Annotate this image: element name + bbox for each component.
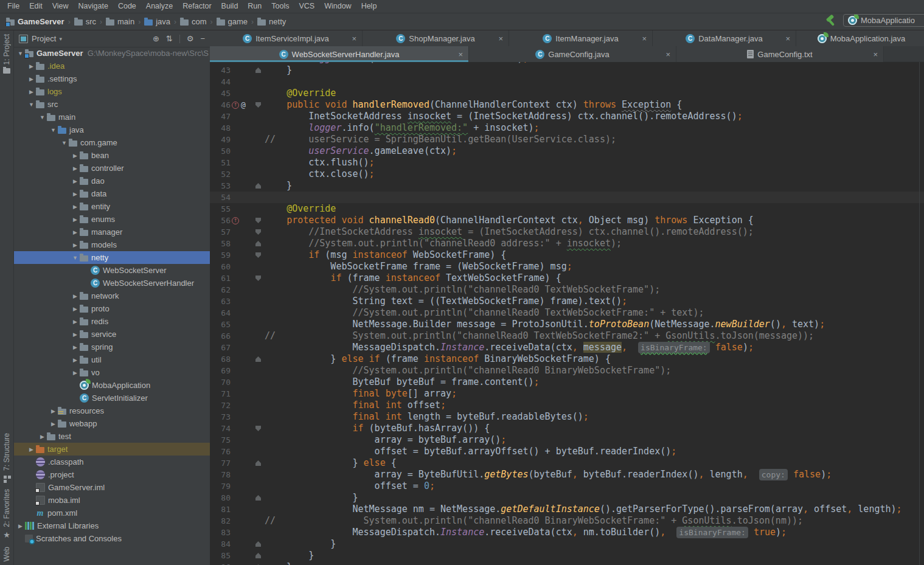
chevron-closed-icon[interactable]: ▶ bbox=[71, 165, 80, 172]
code-line-51[interactable]: 51 ctx.flush(); bbox=[210, 157, 924, 168]
code-line-52[interactable]: 52 ctx.close(); bbox=[210, 168, 924, 180]
fold-end-icon[interactable] bbox=[255, 553, 261, 558]
code-line-71[interactable]: 71 final byte[] array; bbox=[210, 388, 924, 400]
tree-item-java[interactable]: ▼java bbox=[14, 123, 210, 136]
code-line-44[interactable]: 44 bbox=[210, 76, 924, 88]
tool-window-button-structure[interactable]: 7: Structure bbox=[2, 429, 11, 485]
tree-item-manager[interactable]: ▶manager bbox=[14, 226, 210, 238]
code-line-69[interactable]: 69 //System.out.println("channelRead0 Bi… bbox=[210, 365, 924, 376]
gutter-marker[interactable]: ↑ bbox=[232, 217, 239, 224]
chevron-closed-icon[interactable]: ▶ bbox=[71, 217, 80, 223]
tab-gameconfig-java[interactable]: CGameConfig.java× bbox=[469, 46, 676, 62]
tab-itemserviceimpl-java[interactable]: CItemServiceImpl.java× bbox=[210, 30, 363, 46]
code-line-61[interactable]: 61 if (frame instanceof TextWebSocketFra… bbox=[210, 272, 924, 284]
menu-item-view[interactable]: View bbox=[47, 0, 74, 13]
fold-end-icon[interactable] bbox=[255, 495, 261, 501]
chevron-down-icon[interactable]: ▾ bbox=[59, 36, 62, 42]
tree-item-com-game[interactable]: ▼com.game bbox=[14, 136, 210, 149]
code-line-72[interactable]: 72 final int offset; bbox=[210, 400, 924, 411]
code-line-70[interactable]: 70 ByteBuf byteBuf = frame.content(); bbox=[210, 376, 924, 388]
tree-item-bean[interactable]: ▶bean bbox=[14, 149, 210, 162]
code-line-60[interactable]: 60 WebSocketFrame frame = (WebSocketFram… bbox=[210, 261, 924, 272]
tree-item-network[interactable]: ▶network bbox=[14, 289, 210, 302]
chevron-closed-icon[interactable]: ▶ bbox=[71, 331, 80, 338]
close-icon[interactable]: × bbox=[642, 34, 647, 43]
hide-icon[interactable]: − bbox=[200, 34, 205, 43]
code-line-74[interactable]: 74 if (byteBuf.hasArray()) { bbox=[210, 423, 924, 434]
tree-item-proto[interactable]: ▶proto bbox=[14, 302, 210, 315]
tree-item--settings[interactable]: ▶.settings bbox=[14, 72, 210, 85]
fold-end-icon[interactable] bbox=[255, 356, 261, 362]
chevron-open-icon[interactable]: ▼ bbox=[49, 127, 58, 133]
tree-item-vo[interactable]: ▶vo bbox=[14, 366, 210, 379]
code-line-57[interactable]: 57 //InetSocketAddress insocket = (InetS… bbox=[210, 226, 924, 238]
fold-start-icon[interactable] bbox=[255, 229, 261, 235]
fold-start-icon[interactable] bbox=[255, 102, 261, 108]
chevron-closed-icon[interactable]: ▶ bbox=[71, 229, 80, 235]
breadcrumb-item-src[interactable]: src bbox=[73, 17, 97, 26]
chevron-closed-icon[interactable]: ▶ bbox=[71, 357, 80, 363]
tree-item-enums[interactable]: ▶enums bbox=[14, 213, 210, 226]
tree-item-logs[interactable]: ▶logs bbox=[14, 85, 210, 98]
tab-datamanager-java[interactable]: CDataManager.java× bbox=[653, 30, 796, 46]
code-line-59[interactable]: 59 if (msg instanceof WebSocketFrame) { bbox=[210, 249, 924, 261]
tree-item-websocketserver[interactable]: CWebSocketServer bbox=[14, 264, 210, 277]
tree-item-servletinitializer[interactable]: CServletInitializer bbox=[14, 392, 210, 404]
menu-item-analyze[interactable]: Analyze bbox=[141, 0, 178, 13]
tree-item-pom-xml[interactable]: mpom.xml bbox=[14, 507, 210, 519]
tool-window-button-favorites[interactable]: 2: Favorites★ bbox=[2, 485, 11, 543]
menu-item-vcs[interactable]: VCS bbox=[294, 0, 319, 13]
tab-mobaapplication-java[interactable]: MobaApplication.java bbox=[796, 30, 924, 46]
chevron-closed-icon[interactable]: ▶ bbox=[71, 306, 80, 312]
code-line-82[interactable]: 82// System.out.println("channelRead0 Bi… bbox=[210, 515, 924, 527]
code-line-63[interactable]: 63 String text = ((TextWebSocketFrame) f… bbox=[210, 296, 924, 307]
chevron-closed-icon[interactable]: ▶ bbox=[27, 76, 36, 82]
code-line-77[interactable]: 77 } else { bbox=[210, 457, 924, 469]
code-line-86[interactable]: 86 } bbox=[210, 561, 924, 565]
tree-item-test[interactable]: ▶test bbox=[14, 430, 210, 443]
tree-item--project[interactable]: .project bbox=[14, 468, 210, 481]
menu-item-build[interactable]: Build bbox=[217, 0, 243, 13]
menu-item-refactor[interactable]: Refactor bbox=[178, 0, 216, 13]
code-line-73[interactable]: 73 final int length = byteBuf.readableBy… bbox=[210, 411, 924, 423]
tree-item-gameserver-iml[interactable]: GameServer.iml bbox=[14, 481, 210, 494]
chevron-closed-icon[interactable]: ▶ bbox=[71, 370, 80, 376]
tree-item-resources[interactable]: ▶resources bbox=[14, 404, 210, 417]
breadcrumb-item-gameserver[interactable]: GameServer bbox=[5, 17, 66, 26]
chevron-open-icon[interactable]: ▼ bbox=[16, 50, 25, 57]
code-line-85[interactable]: 85 } bbox=[210, 550, 924, 561]
code-line-75[interactable]: 75 array = byteBuf.array(); bbox=[210, 434, 924, 446]
menu-item-file[interactable]: File bbox=[2, 0, 24, 13]
gutter-marker[interactable]: ↑@ bbox=[232, 101, 246, 109]
code-line-46[interactable]: 46↑@ public void handlerRemoved(ChannelH… bbox=[210, 99, 924, 111]
code-line-64[interactable]: 64 //System.out.println("channelRead0 Te… bbox=[210, 307, 924, 319]
code-line-56[interactable]: 56↑ protected void channelRead0(ChannelH… bbox=[210, 215, 924, 226]
code-line-50[interactable]: 50 userService.gameLeave(ctx); bbox=[210, 145, 924, 157]
chevron-closed-icon[interactable]: ▶ bbox=[71, 319, 80, 325]
chevron-closed-icon[interactable]: ▶ bbox=[49, 421, 58, 427]
chevron-closed-icon[interactable]: ▶ bbox=[49, 408, 58, 414]
tree-item-mobaapplication[interactable]: MobaApplication bbox=[14, 379, 210, 392]
code-line-78[interactable]: 78 array = ByteBufUtil.getBytes(byteBuf,… bbox=[210, 469, 924, 480]
fold-start-icon[interactable] bbox=[255, 252, 261, 258]
tab-shopmanager-java[interactable]: CShopManager.java× bbox=[363, 30, 509, 46]
chevron-closed-icon[interactable]: ▶ bbox=[71, 293, 80, 299]
chevron-closed-icon[interactable]: ▶ bbox=[71, 153, 80, 159]
chevron-open-icon[interactable]: ▼ bbox=[60, 140, 69, 146]
code-line-65[interactable]: 65 NetMessage.Builder message = ProtoJso… bbox=[210, 319, 924, 330]
code-line-62[interactable]: 62 //System.out.println("channelRead0 Te… bbox=[210, 284, 924, 296]
breadcrumb-item-java[interactable]: java bbox=[143, 17, 172, 26]
project-panel-title[interactable]: Project bbox=[32, 34, 56, 43]
close-icon[interactable]: × bbox=[873, 50, 878, 59]
tree-item-netty[interactable]: ▼netty bbox=[14, 251, 210, 264]
code-line-43[interactable]: 43 } bbox=[210, 64, 924, 76]
tab-gameconfig-txt[interactable]: GameConfig.txt× bbox=[676, 46, 884, 62]
menu-item-navigate[interactable]: Navigate bbox=[74, 0, 113, 13]
code-line-84[interactable]: 84 } bbox=[210, 538, 924, 550]
close-icon[interactable]: × bbox=[785, 34, 790, 43]
run-configuration-selector[interactable]: MobaApplicatio bbox=[843, 14, 924, 27]
locate-icon[interactable]: ⊕ bbox=[153, 34, 159, 43]
chevron-closed-icon[interactable]: ▶ bbox=[71, 344, 80, 350]
breadcrumb-item-game[interactable]: game bbox=[215, 17, 249, 26]
tree-item-dao[interactable]: ▶dao bbox=[14, 175, 210, 187]
